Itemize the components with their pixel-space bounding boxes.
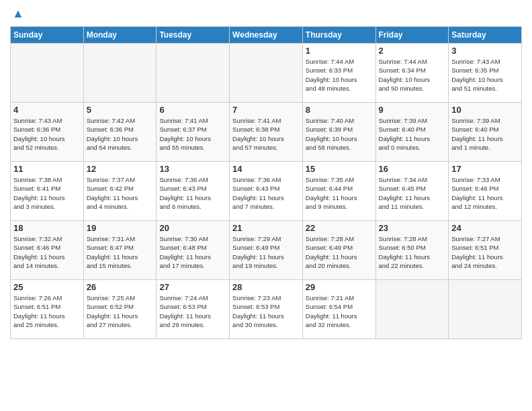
- calendar-day-cell: 5Sunrise: 7:42 AM Sunset: 6:36 PM Daylig…: [83, 103, 157, 162]
- day-number: 8: [306, 105, 373, 115]
- day-info: Sunrise: 7:30 AM Sunset: 6:48 PM Dayligh…: [159, 234, 226, 270]
- header: ▲: [10, 7, 522, 21]
- day-info: Sunrise: 7:21 AM Sunset: 6:54 PM Dayligh…: [306, 293, 373, 329]
- calendar-day-cell: 21Sunrise: 7:29 AM Sunset: 6:49 PM Dayli…: [230, 221, 303, 280]
- day-number: 11: [13, 164, 81, 174]
- day-number: 29: [306, 282, 373, 292]
- day-number: 16: [379, 164, 446, 174]
- weekday-header: Monday: [83, 27, 157, 44]
- calendar-day-cell: 27Sunrise: 7:24 AM Sunset: 6:53 PM Dayli…: [157, 280, 230, 339]
- day-number: 22: [306, 223, 373, 233]
- day-number: 10: [451, 105, 519, 115]
- calendar-day-cell: 15Sunrise: 7:35 AM Sunset: 6:44 PM Dayli…: [302, 162, 375, 221]
- day-number: 27: [159, 282, 226, 292]
- day-number: 21: [232, 223, 300, 233]
- calendar: SundayMondayTuesdayWednesdayThursdayFrid…: [10, 26, 522, 339]
- calendar-day-cell: 28Sunrise: 7:23 AM Sunset: 6:53 PM Dayli…: [230, 280, 303, 339]
- day-number: 24: [451, 223, 519, 233]
- calendar-day-cell: 17Sunrise: 7:33 AM Sunset: 6:46 PM Dayli…: [449, 162, 522, 221]
- calendar-day-cell: [375, 280, 449, 339]
- day-number: 25: [13, 282, 81, 292]
- day-info: Sunrise: 7:41 AM Sunset: 6:38 PM Dayligh…: [232, 116, 300, 152]
- day-number: 28: [232, 282, 300, 292]
- calendar-day-cell: [230, 44, 303, 103]
- calendar-day-cell: 11Sunrise: 7:38 AM Sunset: 6:41 PM Dayli…: [11, 162, 84, 221]
- day-number: 7: [232, 105, 300, 115]
- calendar-day-cell: [11, 44, 84, 103]
- day-info: Sunrise: 7:40 AM Sunset: 6:39 PM Dayligh…: [306, 116, 373, 152]
- day-info: Sunrise: 7:42 AM Sunset: 6:36 PM Dayligh…: [87, 116, 154, 152]
- calendar-day-cell: 26Sunrise: 7:25 AM Sunset: 6:52 PM Dayli…: [83, 280, 157, 339]
- day-info: Sunrise: 7:25 AM Sunset: 6:52 PM Dayligh…: [87, 293, 154, 329]
- calendar-week-row: 1Sunrise: 7:44 AM Sunset: 6:33 PM Daylig…: [11, 44, 522, 103]
- calendar-day-cell: 8Sunrise: 7:40 AM Sunset: 6:39 PM Daylig…: [302, 103, 375, 162]
- weekday-header: Thursday: [302, 27, 375, 44]
- day-info: Sunrise: 7:23 AM Sunset: 6:53 PM Dayligh…: [232, 293, 300, 329]
- day-info: Sunrise: 7:43 AM Sunset: 6:36 PM Dayligh…: [13, 116, 81, 152]
- calendar-week-row: 25Sunrise: 7:26 AM Sunset: 6:51 PM Dayli…: [11, 280, 522, 339]
- calendar-day-cell: 23Sunrise: 7:28 AM Sunset: 6:50 PM Dayli…: [375, 221, 449, 280]
- calendar-day-cell: 4Sunrise: 7:43 AM Sunset: 6:36 PM Daylig…: [11, 103, 84, 162]
- day-info: Sunrise: 7:27 AM Sunset: 6:51 PM Dayligh…: [451, 234, 519, 270]
- day-info: Sunrise: 7:39 AM Sunset: 6:40 PM Dayligh…: [451, 116, 519, 152]
- day-number: 5: [87, 105, 154, 115]
- day-number: 6: [159, 105, 226, 115]
- day-number: 2: [379, 46, 446, 56]
- day-number: 12: [87, 164, 154, 174]
- day-number: 3: [451, 46, 519, 56]
- page-container: ▲ SundayMondayTuesdayWednesdayThursdayFr…: [0, 0, 532, 342]
- calendar-day-cell: 7Sunrise: 7:41 AM Sunset: 6:38 PM Daylig…: [230, 103, 303, 162]
- day-info: Sunrise: 7:44 AM Sunset: 6:34 PM Dayligh…: [379, 57, 446, 93]
- logo: ▲: [10, 7, 24, 21]
- day-number: 1: [306, 46, 373, 56]
- day-info: Sunrise: 7:24 AM Sunset: 6:53 PM Dayligh…: [159, 293, 226, 329]
- calendar-day-cell: 22Sunrise: 7:28 AM Sunset: 6:49 PM Dayli…: [302, 221, 375, 280]
- day-number: 23: [379, 223, 446, 233]
- calendar-day-cell: 20Sunrise: 7:30 AM Sunset: 6:48 PM Dayli…: [157, 221, 230, 280]
- day-number: 17: [451, 164, 519, 174]
- day-number: 19: [87, 223, 154, 233]
- calendar-day-cell: 2Sunrise: 7:44 AM Sunset: 6:34 PM Daylig…: [375, 44, 449, 103]
- calendar-week-row: 18Sunrise: 7:32 AM Sunset: 6:46 PM Dayli…: [11, 221, 522, 280]
- calendar-day-cell: 29Sunrise: 7:21 AM Sunset: 6:54 PM Dayli…: [302, 280, 375, 339]
- day-number: 26: [87, 282, 154, 292]
- day-info: Sunrise: 7:28 AM Sunset: 6:49 PM Dayligh…: [306, 234, 373, 270]
- calendar-day-cell: 24Sunrise: 7:27 AM Sunset: 6:51 PM Dayli…: [449, 221, 522, 280]
- day-info: Sunrise: 7:38 AM Sunset: 6:41 PM Dayligh…: [13, 175, 81, 211]
- calendar-day-cell: 10Sunrise: 7:39 AM Sunset: 6:40 PM Dayli…: [449, 103, 522, 162]
- calendar-day-cell: 16Sunrise: 7:34 AM Sunset: 6:45 PM Dayli…: [375, 162, 449, 221]
- weekday-header: Sunday: [11, 27, 84, 44]
- day-info: Sunrise: 7:39 AM Sunset: 6:40 PM Dayligh…: [379, 116, 446, 152]
- day-info: Sunrise: 7:28 AM Sunset: 6:50 PM Dayligh…: [379, 234, 446, 270]
- day-number: 20: [159, 223, 226, 233]
- day-number: 15: [306, 164, 373, 174]
- day-info: Sunrise: 7:31 AM Sunset: 6:47 PM Dayligh…: [87, 234, 154, 270]
- calendar-day-cell: 18Sunrise: 7:32 AM Sunset: 6:46 PM Dayli…: [11, 221, 84, 280]
- calendar-header-row: SundayMondayTuesdayWednesdayThursdayFrid…: [11, 27, 522, 44]
- day-info: Sunrise: 7:26 AM Sunset: 6:51 PM Dayligh…: [13, 293, 81, 329]
- calendar-day-cell: 12Sunrise: 7:37 AM Sunset: 6:42 PM Dayli…: [83, 162, 157, 221]
- calendar-day-cell: 13Sunrise: 7:36 AM Sunset: 6:43 PM Dayli…: [157, 162, 230, 221]
- day-info: Sunrise: 7:43 AM Sunset: 6:35 PM Dayligh…: [451, 57, 519, 93]
- calendar-day-cell: 3Sunrise: 7:43 AM Sunset: 6:35 PM Daylig…: [449, 44, 522, 103]
- calendar-day-cell: [83, 44, 157, 103]
- calendar-day-cell: 6Sunrise: 7:41 AM Sunset: 6:37 PM Daylig…: [157, 103, 230, 162]
- day-number: 9: [379, 105, 446, 115]
- day-info: Sunrise: 7:41 AM Sunset: 6:37 PM Dayligh…: [159, 116, 226, 152]
- calendar-day-cell: [449, 280, 522, 339]
- weekday-header: Wednesday: [230, 27, 303, 44]
- day-info: Sunrise: 7:36 AM Sunset: 6:43 PM Dayligh…: [159, 175, 226, 211]
- calendar-week-row: 11Sunrise: 7:38 AM Sunset: 6:41 PM Dayli…: [11, 162, 522, 221]
- calendar-day-cell: [157, 44, 230, 103]
- day-number: 14: [232, 164, 300, 174]
- day-info: Sunrise: 7:36 AM Sunset: 6:43 PM Dayligh…: [232, 175, 300, 211]
- weekday-header: Tuesday: [157, 27, 230, 44]
- day-info: Sunrise: 7:32 AM Sunset: 6:46 PM Dayligh…: [13, 234, 81, 270]
- day-info: Sunrise: 7:37 AM Sunset: 6:42 PM Dayligh…: [87, 175, 154, 211]
- day-info: Sunrise: 7:33 AM Sunset: 6:46 PM Dayligh…: [451, 175, 519, 211]
- calendar-day-cell: 25Sunrise: 7:26 AM Sunset: 6:51 PM Dayli…: [11, 280, 84, 339]
- calendar-day-cell: 19Sunrise: 7:31 AM Sunset: 6:47 PM Dayli…: [83, 221, 157, 280]
- day-info: Sunrise: 7:44 AM Sunset: 6:33 PM Dayligh…: [306, 57, 373, 93]
- weekday-header: Saturday: [449, 27, 522, 44]
- day-info: Sunrise: 7:35 AM Sunset: 6:44 PM Dayligh…: [306, 175, 373, 211]
